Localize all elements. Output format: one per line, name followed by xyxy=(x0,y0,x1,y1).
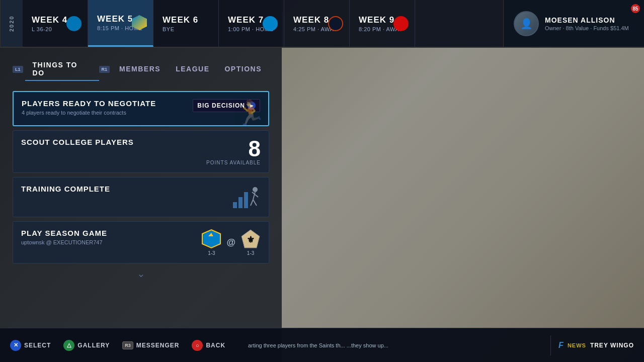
card-negotiate-text: PLAYERS READY TO NEGOTIATE 4 players rea… xyxy=(22,99,193,116)
tab-right-indicator: R1 xyxy=(99,66,110,73)
chargers-team-logo xyxy=(201,229,221,249)
scroll-indicator: ⌄ xyxy=(13,267,269,280)
ctrl-messenger: R3 MESSENGER xyxy=(122,341,179,349)
x-button-icon: ✕ xyxy=(10,340,21,351)
news-divider xyxy=(550,335,551,355)
ctrl-gallery: △ GALLERY xyxy=(63,340,110,351)
tab-league[interactable]: LEAGUE xyxy=(168,62,217,77)
saints-team-logo: ⚜ xyxy=(240,229,261,249)
ctrl-gallery-label: GALLERY xyxy=(77,342,110,349)
card-scout-right: 8 POINTS AVAILABLE xyxy=(200,138,261,165)
week-item-week4[interactable]: WEEK 4 L 36-20 xyxy=(23,0,88,47)
svg-rect-2 xyxy=(244,192,248,208)
svg-line-5 xyxy=(251,200,253,206)
svg-marker-9 xyxy=(202,230,220,248)
profile-info: MOESEN ALLISON Owner · 8th Value · Funds… xyxy=(545,16,634,31)
card-negotiate-right: BIG DECISION ▶ 🏃 xyxy=(193,99,260,112)
news-f-logo: F xyxy=(558,341,564,350)
ctrl-select: ✕ SELECT xyxy=(10,340,51,351)
week-item-week6[interactable]: WEEK 6 BYE xyxy=(153,0,219,47)
tab-things-to-do[interactable]: THINGS TO DO xyxy=(25,58,99,81)
ctrl-back: ○ BACK xyxy=(192,340,225,351)
svg-rect-0 xyxy=(233,202,237,208)
card-training[interactable]: TRAINING COMPLETE xyxy=(13,177,269,217)
bears-logo xyxy=(328,16,343,31)
week-item-week9[interactable]: WEEK 9 8:20 PM · AWAY xyxy=(350,0,415,47)
card-training-title: TRAINING COMPLETE xyxy=(21,185,200,193)
week-item-week7[interactable]: WEEK 7 1:00 PM · HOME xyxy=(219,0,284,47)
card-scout-text: SCOUT COLLEGE PLAYERS xyxy=(21,138,200,148)
card-play-game-matchup: 1-3 @ ⚜ 1-3 xyxy=(200,229,261,256)
card-play-game[interactable]: PLAY SEASON GAME uptownsk @ EXECUTIONER7… xyxy=(13,221,269,263)
tab-left-indicator: L1 xyxy=(13,66,23,73)
top-nav: 2020 WEEK 4 L 36-20 WEEK 5 8:15 PM · HOM… xyxy=(0,0,644,48)
profile-role: Owner · 8th Value · Funds $51.4M xyxy=(545,25,634,31)
circle-button-icon: ○ xyxy=(192,340,203,351)
card-play-game-sub: uptownsk @ EXECUTIONER747 xyxy=(21,239,200,245)
scout-points-number: 8 xyxy=(249,138,261,160)
tabs-bar: L1 THINGS TO DO R1 MEMBERS LEAGUE OPTION… xyxy=(13,58,269,81)
card-negotiate-sub: 4 players ready to negotiate their contr… xyxy=(22,110,193,116)
avatar: 👤 xyxy=(514,11,539,36)
week-item-week5[interactable]: WEEK 5 8:15 PM · HOME xyxy=(88,0,153,47)
training-complete-icon xyxy=(233,185,261,210)
svg-text:⚜: ⚜ xyxy=(247,235,255,245)
tab-options[interactable]: OPTIONS xyxy=(217,62,269,77)
card-play-game-text: PLAY SEASON GAME uptownsk @ EXECUTIONER7… xyxy=(21,229,200,245)
team1-record: 1-3 xyxy=(208,250,215,256)
news-brand: NEWS xyxy=(568,342,586,348)
card-negotiate[interactable]: PLAYERS READY TO NEGOTIATE 4 players rea… xyxy=(13,91,269,126)
year-badge: 2020 xyxy=(0,0,23,47)
ctrl-select-label: SELECT xyxy=(24,342,51,349)
svg-rect-1 xyxy=(238,197,243,208)
card-negotiate-title: PLAYERS READY TO NEGOTIATE xyxy=(22,99,193,108)
scroll-down-icon: ⌄ xyxy=(137,267,145,280)
main-content: L1 THINGS TO DO R1 MEMBERS LEAGUE OPTION… xyxy=(0,48,282,327)
notification-badge: 85 xyxy=(631,4,640,13)
news-anchor-name: TREY WINGO xyxy=(590,342,634,349)
week-item-week8[interactable]: WEEK 8 4:25 PM · AWAY xyxy=(284,0,350,47)
matchup-display: 1-3 @ ⚜ 1-3 xyxy=(201,229,261,256)
tab-members[interactable]: MEMBERS xyxy=(112,62,168,77)
profile-section[interactable]: 👤 MOESEN ALLISON Owner · 8th Value · Fun… xyxy=(503,0,644,47)
card-training-right xyxy=(200,185,261,210)
news-section: F NEWS TREY WINGO xyxy=(558,341,634,350)
svg-line-6 xyxy=(253,200,257,206)
lions-logo xyxy=(66,16,82,31)
team2-record: 1-3 xyxy=(247,250,254,256)
at-sign: @ xyxy=(226,237,235,248)
scout-points-label: POINTS AVAILABLE xyxy=(206,160,261,165)
card-play-game-title: PLAY SEASON GAME xyxy=(21,229,200,237)
svg-point-3 xyxy=(253,187,258,192)
news-ticker: arting three players from the Saints th.… xyxy=(248,342,543,348)
r3-button-icon: R3 xyxy=(122,341,133,349)
panthers-logo xyxy=(263,16,278,31)
week6-detail: BYE xyxy=(163,26,209,32)
bottom-bar: ✕ SELECT △ GALLERY R3 MESSENGER ○ BACK a… xyxy=(0,328,644,362)
profile-name: MOESEN ALLISON xyxy=(545,16,634,24)
ctrl-back-label: BACK xyxy=(206,342,225,349)
card-scout-title: SCOUT COLLEGE PLAYERS xyxy=(21,138,200,146)
cards-list: PLAYERS READY TO NEGOTIATE 4 players rea… xyxy=(13,91,269,263)
week6-label: WEEK 6 xyxy=(163,15,209,25)
player-silhouette-icon: 🏃 xyxy=(235,101,266,125)
triangle-button-icon: △ xyxy=(63,340,74,351)
svg-line-8 xyxy=(255,195,258,197)
card-training-text: TRAINING COMPLETE xyxy=(21,185,200,195)
bucs-logo xyxy=(393,16,409,31)
ctrl-messenger-label: MESSENGER xyxy=(136,342,180,349)
card-scout[interactable]: SCOUT COLLEGE PLAYERS 8 POINTS AVAILABLE xyxy=(13,130,269,173)
